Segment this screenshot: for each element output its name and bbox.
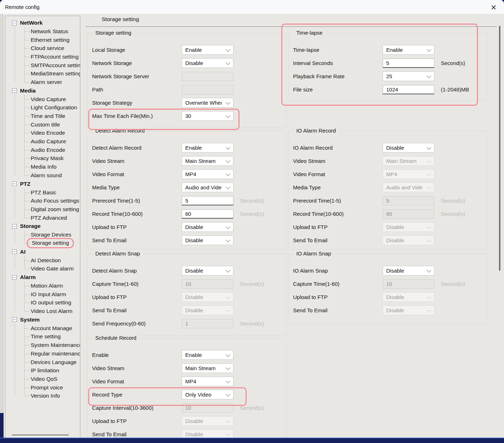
tree-item-audio-encode[interactable]: Audio Encode	[5, 146, 80, 154]
tree-item-system-maintenance[interactable]: System Maintenance	[5, 341, 80, 349]
tree-root-alarm[interactable]: −Alarm	[5, 273, 80, 282]
tree-item-label: Prompt voice	[31, 384, 63, 391]
field-label-enable: Enable	[92, 352, 182, 358]
tree-item-ftpaccount-setting[interactable]: FTPAccount setting	[5, 53, 80, 61]
select-detect-alarm-record[interactable]: Enable	[182, 143, 233, 153]
select-value: Only Video	[185, 392, 211, 398]
vertical-scrollbar[interactable]	[499, 26, 500, 271]
tree-item-label: Cloud service	[31, 45, 64, 51]
select-value: Main Stream	[185, 365, 216, 371]
select-io-alarm-snap[interactable]: Disable	[383, 266, 434, 275]
tree-item-light-configuration[interactable]: Light Configuration	[5, 104, 80, 112]
select-storage-strategy[interactable]: Overwrite When	[182, 98, 233, 108]
input-prerecord-time-1-5[interactable]	[182, 196, 233, 205]
select-upload-to-ftp[interactable]: Disable	[182, 222, 233, 232]
field-row: Upload to FTPDisable	[288, 220, 487, 234]
tree-root-system[interactable]: −System	[5, 315, 80, 324]
tree-item-ai-detection[interactable]: AI Detection	[5, 256, 80, 265]
select-send-to-email[interactable]: Disable	[182, 235, 233, 245]
select-io-alarm-record[interactable]: Disable	[383, 143, 434, 153]
tree-item-devices-language[interactable]: Devices Language	[5, 358, 80, 367]
tree-item-time-and-title[interactable]: Time and Title	[5, 112, 80, 120]
collapse-icon[interactable]: −	[12, 275, 17, 280]
input-interval-seconds[interactable]	[383, 59, 434, 68]
select-network-storage[interactable]: Disable	[182, 58, 233, 68]
tree-item-label: Storage setting	[27, 238, 74, 248]
collapse-icon[interactable]: −	[12, 224, 17, 229]
select-value: Enable	[386, 47, 403, 53]
input-file-size[interactable]	[383, 85, 434, 94]
tree-item-alarm-server[interactable]: Alarm server	[5, 78, 80, 86]
tree-item-digital-zoom-setting[interactable]: Digital zoom setting	[5, 205, 80, 214]
tree-item-io-output-setting[interactable]: IO output setting	[5, 299, 80, 307]
collapse-icon[interactable]: −	[12, 88, 17, 93]
field-row: Upload to FTPDisable	[288, 290, 487, 304]
tree-item-version-info[interactable]: Version Info	[5, 392, 80, 400]
tree-root-storage[interactable]: −Storage	[5, 222, 80, 230]
tree-root-media[interactable]: −Media	[5, 86, 80, 95]
select-video-stream[interactable]: Main Stream	[182, 156, 233, 166]
field-label-upload-to-ftp: Upload to FTP	[92, 224, 182, 230]
select-playback-frame-rate[interactable]: 25	[383, 71, 434, 81]
tree-root-ptz[interactable]: −PTZ	[5, 180, 80, 188]
select-video-format[interactable]: MP4	[182, 169, 233, 179]
input-record-time-10-600[interactable]	[182, 209, 233, 219]
tree-item-time-setting[interactable]: Time setting	[5, 333, 80, 341]
tree-root-network[interactable]: −NetWork	[5, 19, 80, 27]
tree-item-account-manage[interactable]: Account Manage	[5, 324, 80, 333]
field-label-path: Path	[92, 86, 182, 93]
select-max-time-each-file-min[interactable]: 30	[182, 111, 233, 121]
tree-item-auto-focus-settings[interactable]: Auto Focus settings	[5, 196, 80, 205]
tree-item-label: Time and Title	[31, 113, 65, 119]
field-row: Upload to FTPDisable	[87, 414, 286, 428]
chevron-down-icon	[226, 432, 230, 436]
select-video-stream[interactable]: Main Stream	[182, 363, 233, 373]
tree-item-custom-title[interactable]: Custom title	[5, 120, 80, 129]
tree-item-mediastream-setting[interactable]: MediaStream setting	[5, 69, 80, 78]
tree-item-regular-maintenance[interactable]: Regular maintenance	[5, 349, 80, 358]
collapse-icon[interactable]: −	[12, 21, 17, 25]
tree-item-io-input-alarm[interactable]: IO Input Alarm	[5, 290, 80, 299]
select-detect-alarm-snap[interactable]: Disable	[182, 266, 233, 275]
tree-item-label: Alarm server	[31, 79, 62, 85]
field-suffix: Second(s)	[441, 281, 465, 287]
tree-section-ai: −AIAI DetectionVideo Gate alarm	[5, 248, 80, 273]
tree-item-video-capture[interactable]: Video Capture	[5, 95, 80, 104]
tree-item-prompt-voice[interactable]: Prompt voice	[5, 383, 80, 392]
field-label-media-type: Media Type	[293, 184, 383, 190]
tree-item-ptz-advanced[interactable]: PTZ Advanced	[5, 214, 80, 222]
select-local-storage[interactable]: Enable	[182, 45, 233, 55]
tree-item-storage-setting[interactable]: Storage setting	[5, 239, 80, 248]
tree-item-ptz-basic[interactable]: PTZ Basic	[5, 188, 80, 197]
tree-item-media-info[interactable]: Media Info	[5, 163, 80, 171]
select-media-type[interactable]: Audio and Video	[182, 183, 233, 192]
field-row: Video StreamMain Stream	[87, 362, 286, 375]
chevron-down-icon	[226, 308, 230, 312]
tree-item-ip-limitation[interactable]: IP limitation	[5, 366, 80, 375]
tree-item-video-gate-alarm[interactable]: Video Gate alarm	[5, 265, 80, 273]
tree-root-ai[interactable]: −AI	[5, 248, 80, 256]
select-video-format[interactable]: MP4	[182, 377, 233, 386]
select-enable[interactable]: Enable	[182, 350, 233, 360]
tree-item-cloud-service[interactable]: Cloud service	[5, 44, 80, 53]
tree-item-video-lost-alarm[interactable]: Video Lost Alarm	[5, 307, 80, 315]
tree-item-privacy-mask[interactable]: Privacy Mask	[5, 154, 80, 163]
tree-item-video-qos[interactable]: Video QoS	[5, 375, 80, 383]
tree-section-alarm: −AlarmMotion AlarmIO Input AlarmIO outpu…	[5, 273, 80, 315]
field-row: Send To EmailDisable	[288, 234, 487, 247]
tree-item-audio-capture[interactable]: Audio Capture	[5, 137, 80, 146]
tree-item-smtpaccount-setting[interactable]: SMTPAccount setting	[5, 61, 80, 70]
tree-item-alarm-sound[interactable]: Alarm sound	[5, 171, 80, 180]
tree-item-video-encode[interactable]: Video Encode	[5, 129, 80, 138]
collapse-icon[interactable]: −	[12, 317, 17, 322]
close-icon[interactable]: ✕	[488, 3, 499, 13]
tree-item-ethernet-setting[interactable]: Ethernet setting	[5, 36, 80, 44]
select-time-lapse[interactable]: Enable	[383, 45, 434, 55]
tree-horizontal-scrollbar[interactable]	[12, 434, 69, 435]
tree-item-motion-alarm[interactable]: Motion Alarm	[5, 282, 80, 290]
collapse-icon[interactable]: −	[12, 249, 17, 254]
collapse-icon[interactable]: −	[12, 181, 17, 186]
tree-item-network-status[interactable]: Network Status	[5, 27, 80, 36]
select-record-type[interactable]: Only Video	[182, 390, 233, 399]
tree-section-system: −SystemAccount ManageTime settingSystem …	[5, 315, 80, 400]
